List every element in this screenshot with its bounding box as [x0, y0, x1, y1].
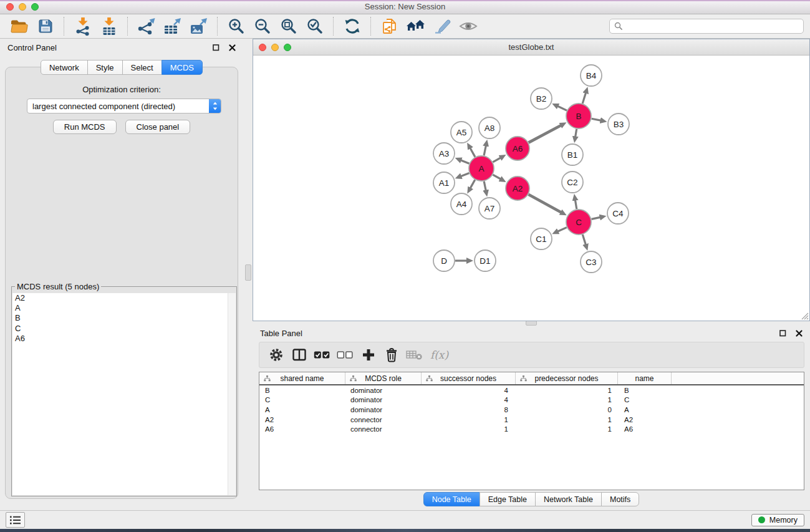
table-cell[interactable]: A	[618, 406, 672, 414]
graphics-details-button[interactable]	[432, 16, 452, 36]
graph-edge[interactable]	[529, 195, 562, 213]
close-panel-icon[interactable]	[796, 330, 803, 337]
result-item[interactable]: B	[12, 313, 228, 323]
table-cell[interactable]: connector	[345, 416, 422, 423]
import-network-button[interactable]	[73, 16, 93, 36]
graph-edge[interactable]	[529, 125, 562, 143]
graph-edge[interactable]	[484, 145, 486, 156]
graph-edge[interactable]	[582, 92, 586, 104]
table-cell[interactable]: C	[618, 396, 672, 404]
resize-grip-icon[interactable]	[801, 312, 809, 320]
column-header[interactable]: successor nodes	[422, 372, 516, 384]
table-row[interactable]: A6connector11A6	[259, 424, 804, 434]
task-history-button[interactable]	[6, 512, 25, 528]
tab-style[interactable]: Style	[87, 60, 123, 75]
table-row[interactable]: Cdominator41C	[259, 395, 804, 405]
tab-network-table[interactable]: Network Table	[535, 492, 602, 506]
table-cell[interactable]: A	[259, 406, 345, 414]
table-cell[interactable]: 8	[422, 406, 516, 414]
splitter-grip[interactable]	[245, 264, 251, 281]
search-input[interactable]	[623, 21, 799, 31]
graph-edge[interactable]	[557, 106, 567, 110]
unselect-all-columns-button[interactable]	[334, 344, 357, 365]
create-column-button[interactable]	[357, 344, 380, 365]
tab-motifs[interactable]: Motifs	[601, 492, 639, 506]
export-network-button[interactable]	[137, 16, 157, 36]
tab-edge-table[interactable]: Edge Table	[480, 492, 536, 506]
table-cell[interactable]: 1	[516, 416, 618, 423]
save-session-button[interactable]	[36, 16, 55, 36]
column-header[interactable]: MCDS role	[345, 372, 422, 384]
export-image-button[interactable]	[189, 16, 209, 36]
column-header[interactable]: name	[618, 372, 672, 384]
table-cell[interactable]: A6	[618, 425, 672, 433]
graph-edge[interactable]	[575, 200, 577, 210]
tab-network[interactable]: Network	[41, 60, 88, 75]
graph-edge[interactable]	[493, 158, 501, 162]
column-header[interactable]: shared name	[259, 372, 345, 384]
graph-edge[interactable]	[582, 235, 586, 245]
show-hide-button[interactable]	[458, 16, 478, 36]
table-cell[interactable]: 0	[516, 406, 618, 414]
graph-edge[interactable]	[470, 148, 475, 157]
float-panel-icon[interactable]	[779, 330, 786, 337]
graph-edge[interactable]	[470, 180, 475, 188]
show-column-button[interactable]	[287, 344, 311, 365]
column-header[interactable]: predecessor nodes	[516, 372, 618, 384]
table-cell[interactable]: A2	[259, 416, 345, 423]
graph-edge[interactable]	[460, 160, 470, 163]
table-cell[interactable]: 1	[422, 416, 516, 423]
delete-column-button[interactable]	[380, 344, 403, 365]
open-session-button[interactable]	[9, 16, 29, 36]
table-cell[interactable]: 1	[422, 425, 516, 433]
zoom-fit-button[interactable]	[279, 16, 299, 36]
network-canvas[interactable]: B4B2BB3A5A8A6B1A3AA1C2A2A4A7C4CC1C3DD1	[253, 56, 809, 321]
result-item[interactable]: A2	[12, 293, 228, 303]
refresh-layout-button[interactable]	[342, 16, 362, 36]
zoom-out-button[interactable]	[253, 16, 272, 36]
table-row[interactable]: A2connector11A2	[259, 415, 804, 425]
table-cell[interactable]: A2	[618, 416, 672, 423]
function-builder-button[interactable]: f(x)	[426, 344, 449, 365]
run-mcds-button[interactable]: Run MCDS	[53, 120, 117, 134]
graph-edge[interactable]	[460, 173, 469, 177]
table-cell[interactable]: A6	[259, 425, 345, 433]
zoom-in-button[interactable]	[226, 16, 246, 36]
table-cell[interactable]: B	[259, 387, 345, 394]
table-cell[interactable]: 1	[516, 396, 618, 404]
network-window-titlebar[interactable]: testGlobe.txt	[253, 39, 809, 56]
table-cell[interactable]: 1	[516, 425, 618, 433]
table-cell[interactable]: 4	[422, 396, 516, 404]
result-scrollbar[interactable]	[228, 293, 236, 495]
new-network-from-selection-button[interactable]	[380, 16, 400, 36]
table-cell[interactable]: dominator	[345, 406, 422, 414]
table-cell[interactable]: C	[259, 396, 345, 404]
export-table-button[interactable]	[163, 16, 183, 36]
tab-select[interactable]: Select	[122, 60, 162, 75]
table-cell[interactable]: 4	[422, 387, 516, 394]
vertical-splitter[interactable]	[243, 39, 253, 510]
table-cell[interactable]: dominator	[345, 396, 422, 404]
table-row[interactable]: Adominator80A	[259, 405, 804, 415]
table-cell[interactable]: dominator	[345, 387, 422, 394]
table-settings-button[interactable]	[264, 344, 287, 365]
float-panel-icon[interactable]	[213, 44, 219, 51]
graph-edge[interactable]	[557, 228, 567, 232]
graph-edge[interactable]	[493, 175, 501, 179]
memory-button[interactable]: Memory	[751, 514, 804, 526]
close-panel-icon[interactable]	[229, 44, 236, 51]
close-panel-button[interactable]: Close panel	[125, 120, 191, 134]
result-item[interactable]: C	[12, 324, 228, 334]
optimization-criterion-select[interactable]: largest connected component (directed)	[27, 99, 221, 114]
graph-edge[interactable]	[592, 118, 602, 120]
table-cell[interactable]: B	[618, 387, 672, 394]
select-all-columns-button[interactable]	[311, 344, 334, 365]
import-table-button[interactable]	[99, 16, 119, 36]
tab-node-table[interactable]: Node Table	[423, 492, 480, 506]
first-neighbors-button[interactable]	[406, 16, 426, 36]
delete-table-button[interactable]	[403, 344, 426, 365]
graph-edge[interactable]	[576, 129, 577, 138]
tab-mcds[interactable]: MCDS	[162, 60, 203, 75]
graph-edge[interactable]	[484, 181, 486, 191]
table-cell[interactable]: connector	[345, 425, 422, 433]
